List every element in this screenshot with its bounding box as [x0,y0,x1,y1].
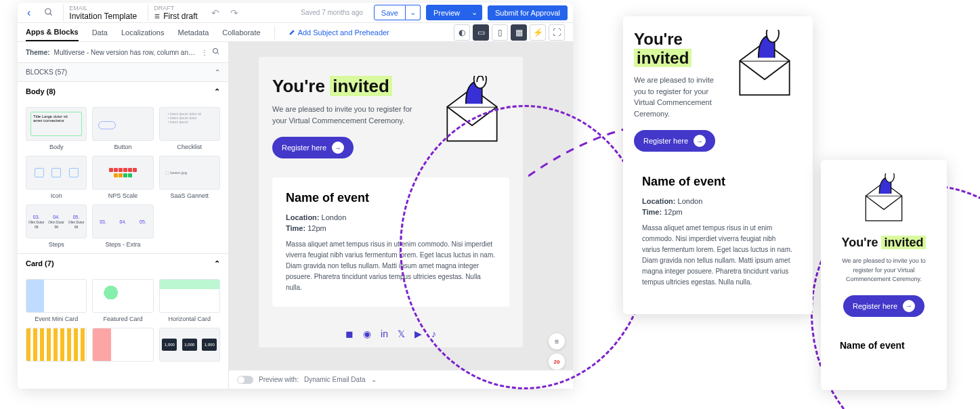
event-location: Location: London [286,213,496,221]
sidebar: Theme: Multiverse - New version has row,… [18,42,229,389]
redo-button[interactable]: ↷ [228,7,241,18]
draft-name: First draft [154,12,198,21]
mobile-preview: You're invited We are pleased to invite … [821,160,947,390]
block-saas[interactable]: SaaS Gannett [159,156,220,199]
hero-subtitle: We are pleased to invite you to register… [634,74,719,119]
arrow-icon: → [694,135,706,147]
email-name: Invitation Template [69,12,137,21]
card-blocks-grid: Event Mini Card Featured Card Horizontal… [18,274,228,367]
social-icons: ◼ ◉ in 𝕏 ▶ ♪ [623,307,813,314]
bottombar: Preview with: Dynamic Email Data ⌄ [229,370,573,389]
svg-line-6 [217,53,219,55]
blocks-section-header[interactable]: BLOCKS (57)⌃ [18,62,228,81]
tiktok-icon[interactable]: ♪ [431,328,436,339]
submit-button[interactable]: Submit for Approval [488,5,568,20]
grid-view-icon[interactable]: ▦ [511,24,527,41]
arrow-icon: → [332,142,344,154]
undo-button[interactable]: ↶ [209,7,222,18]
topbar: ‹ EMAIL Invitation Template DRAFT First … [18,3,573,23]
canvas[interactable]: You're invited We are pleased to invite … [229,42,573,389]
draft-label: DRAFT [154,5,198,12]
block-icon[interactable]: Icon [26,156,87,199]
theme-row[interactable]: Theme: Multiverse - New version has row,… [18,42,228,62]
hero-subtitle: We are pleased to invite you to register… [832,257,936,284]
block-card-5[interactable] [92,328,153,362]
preview-with-value[interactable]: Dynamic Email Data [304,376,366,383]
tabbar: Apps & Blocks Data Localizations Metadat… [18,23,573,42]
social-icons: ◼ ◉ in 𝕏 ▶ ♪ [259,320,523,347]
preview-toggle[interactable] [237,376,253,384]
breadcrumb-email[interactable]: EMAIL Invitation Template [63,5,142,21]
event-time: Time: 12pm [286,224,496,232]
mobile-view-icon[interactable]: ▯ [492,24,508,41]
tab-metadata[interactable]: Metadata [177,24,209,41]
hero-title: You're invited [272,76,427,97]
preview-with-label: Preview with: [259,376,299,383]
svg-point-12 [885,173,894,182]
pencil-icon [289,29,295,36]
save-button[interactable]: Save [374,5,406,20]
block-card-6[interactable]: 1,0001,0001,000 [159,328,220,362]
event-card: Name of event Location: London Time: 12p… [272,177,509,307]
save-dropdown[interactable]: ⌄ [406,5,421,20]
tab-localizations[interactable]: Localizations [121,24,165,41]
youtube-icon[interactable]: ▶ [414,328,422,339]
email-preview[interactable]: You're invited We are pleased to invite … [259,57,523,347]
block-card-4[interactable] [26,328,87,362]
preview-dropdown[interactable]: ⌄ [467,5,482,20]
x-icon[interactable]: 𝕏 [398,328,405,339]
chevron-up-icon: ⌃ [214,87,220,96]
block-steps-extra[interactable]: 03.04.05.Steps - Extra [92,204,153,248]
block-horizontal[interactable]: Horizontal Card [159,279,220,322]
tab-apps-blocks[interactable]: Apps & Blocks [26,24,79,41]
block-empty [159,204,220,248]
add-subject-link[interactable]: Add Subject and Preheader [289,28,389,37]
search-icon[interactable] [40,7,58,18]
register-button[interactable]: Register here→ [272,137,354,158]
chevron-up-icon: ⌃ [215,68,220,76]
block-event-mini[interactable]: Event Mini Card [26,279,87,322]
layers-icon[interactable]: ≡ [549,333,565,349]
back-button[interactable]: ‹ [23,7,35,19]
email-label: EMAIL [69,5,137,12]
theme-more-icon[interactable]: ⋮ [201,49,208,56]
hero-section: You're invited We are pleased to invite … [259,57,523,177]
preview-button[interactable]: Preview [426,5,467,20]
chevron-down-icon[interactable]: ⌄ [371,376,377,383]
register-button[interactable]: Register here→ [634,130,715,152]
chevron-up-icon: ⌃ [214,259,220,268]
envelope-illustration [857,173,911,228]
dark-mode-icon[interactable]: ◐ [454,24,470,41]
envelope-illustration [727,30,802,104]
svg-point-10 [767,30,779,42]
envelope-illustration [435,76,509,150]
breadcrumb-draft[interactable]: DRAFT First draft [148,5,203,21]
svg-line-1 [50,13,52,15]
card-accordion[interactable]: Card (7)⌃ [18,253,228,274]
event-description: Massa aliquet amet tempus risus in ut en… [286,239,496,293]
instagram-icon[interactable]: ◉ [363,328,371,339]
hero-title: You're invited [634,30,719,68]
expand-icon[interactable]: ⛶ [549,24,565,41]
block-nps[interactable]: NPS Scale [92,156,153,199]
settings-icon[interactable]: ⚡ [530,24,546,41]
block-body[interactable]: Body [26,107,87,150]
facebook-icon[interactable]: ◼ [345,328,354,339]
block-steps[interactable]: 03.Olim Dolor 0604.Olim Dolor 0605.Olim … [26,204,87,248]
register-button[interactable]: Register here→ [843,295,924,317]
event-description: Massa aliquet amet tempus risus in ut en… [642,223,794,288]
tab-data[interactable]: Data [92,24,108,41]
theme-search-icon[interactable] [212,47,220,57]
hero-subtitle: We are pleased to invite you to register… [272,104,427,126]
body-accordion[interactable]: Body (8)⌃ [18,81,228,102]
error-count-badge[interactable]: 20 [549,353,565,370]
tab-collaborate[interactable]: Collaborate [222,24,260,41]
block-button[interactable]: Button [92,107,153,150]
block-checklist[interactable]: Checklist [159,107,220,150]
desktop-view-icon[interactable]: ▭ [473,24,489,41]
block-featured[interactable]: Featured Card [92,279,153,322]
svg-point-0 [45,8,51,14]
main: Theme: Multiverse - New version has row,… [18,42,573,389]
linkedin-icon[interactable]: in [381,328,388,339]
body-blocks-grid: Body Button Checklist Icon NPS Scale Saa… [18,102,228,253]
